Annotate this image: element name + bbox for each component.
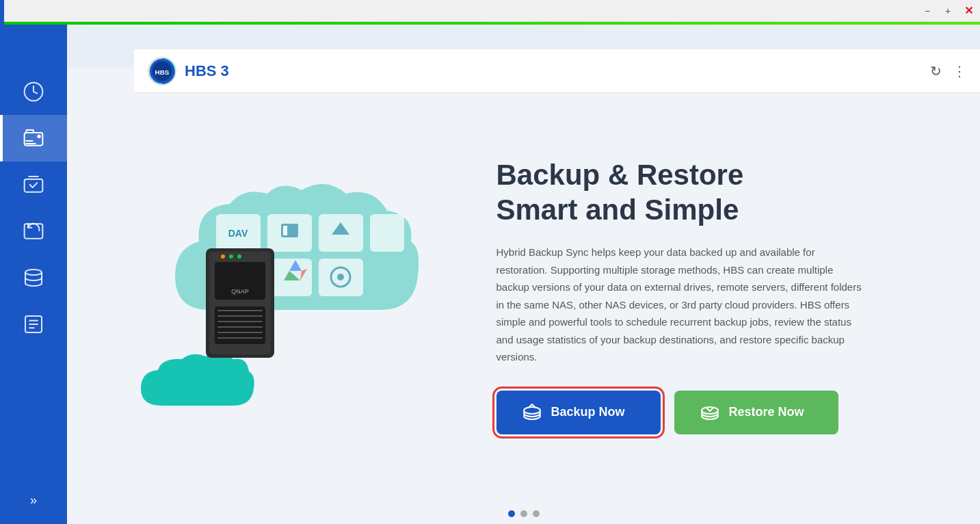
sidebar-item-sync[interactable]: [0, 161, 67, 208]
svg-rect-21: [370, 214, 404, 252]
overview-icon: [23, 81, 44, 103]
logs-icon: [23, 313, 44, 335]
minimize-button[interactable]: −: [921, 5, 933, 17]
headline-line1: Backup & Restore: [496, 158, 934, 192]
description-text: Hybrid Backup Sync helps keep your data …: [496, 244, 866, 366]
hbs-logo-icon: HBS: [149, 57, 175, 86]
sidebar-expand-button[interactable]: »: [25, 488, 42, 513]
restore-button-icon: [700, 402, 720, 423]
headline-line2: Smart and Simple: [496, 193, 934, 227]
header-actions: ↻ ⋮: [930, 63, 966, 79]
svg-rect-49: [217, 337, 263, 339]
backup-now-button[interactable]: Backup Now: [496, 391, 661, 434]
svg-text:DAV: DAV: [228, 228, 248, 239]
sync-icon: [23, 174, 44, 196]
app-logo: HBS: [148, 57, 176, 86]
content-side: Backup & Restore Smart and Simple Hybrid…: [469, 158, 934, 434]
backup-button-icon: [522, 402, 542, 423]
app-container: » HBS HBS 3 ↻ ⋮: [0, 25, 980, 524]
sidebar-item-logs[interactable]: [0, 301, 67, 348]
refresh-button[interactable]: ↻: [930, 63, 942, 79]
svg-point-6: [25, 270, 42, 275]
svg-point-42: [237, 254, 241, 259]
nav-dot-3[interactable]: [533, 510, 540, 517]
nav-dot-1[interactable]: [508, 510, 515, 517]
svg-point-41: [229, 254, 233, 259]
backup-icon: [23, 127, 44, 149]
svg-rect-46: [217, 321, 263, 322]
restore-now-button[interactable]: Restore Now: [674, 391, 838, 434]
close-button[interactable]: ✕: [962, 5, 975, 17]
restore-icon: [23, 220, 44, 242]
svg-rect-5: [25, 224, 43, 238]
sidebar-item-backup[interactable]: [0, 115, 67, 161]
titlebar-controls: − + ✕: [921, 5, 975, 17]
backup-btn-icon: [521, 402, 543, 423]
app-header: HBS HBS 3 ↻ ⋮: [134, 49, 980, 93]
svg-rect-44: [217, 310, 263, 311]
storage-icon: [23, 267, 44, 289]
app-title: HBS 3: [185, 62, 229, 80]
sidebar-item-restore[interactable]: [0, 208, 67, 254]
welcome-container: DAV: [114, 158, 934, 434]
sidebar-item-storage[interactable]: [0, 254, 67, 301]
svg-text:QNAP: QNAP: [231, 288, 249, 295]
sidebar: »: [0, 25, 67, 524]
svg-text:HBS: HBS: [155, 68, 170, 75]
titlebar: − + ✕: [0, 0, 980, 22]
svg-rect-47: [217, 326, 263, 328]
nas-svg: QNAP: [196, 241, 284, 365]
svg-point-52: [524, 407, 540, 414]
headline: Backup & Restore Smart and Simple: [496, 158, 934, 227]
active-indicator: [0, 115, 3, 161]
sidebar-item-overview[interactable]: [0, 68, 67, 115]
svg-rect-18: [283, 226, 287, 235]
restore-btn-icon: [699, 402, 721, 423]
action-buttons: Backup Now Restore: [496, 391, 934, 434]
svg-point-40: [221, 254, 225, 259]
maximize-button[interactable]: +: [942, 5, 954, 17]
nav-dot-2[interactable]: [520, 510, 527, 517]
sidebar-nav: [0, 68, 67, 488]
bottom-nav: [508, 510, 540, 517]
main-content: DAV: [67, 68, 980, 524]
restore-now-label: Restore Now: [729, 405, 804, 419]
svg-point-3: [37, 135, 40, 138]
backup-now-label: Backup Now: [551, 405, 625, 419]
svg-point-31: [337, 274, 344, 280]
nas-device: QNAP: [196, 241, 284, 367]
svg-rect-45: [217, 315, 263, 317]
svg-rect-2: [26, 130, 34, 133]
menu-button[interactable]: ⋮: [953, 63, 966, 79]
svg-rect-48: [217, 332, 263, 333]
illustration-area: DAV: [114, 159, 469, 433]
